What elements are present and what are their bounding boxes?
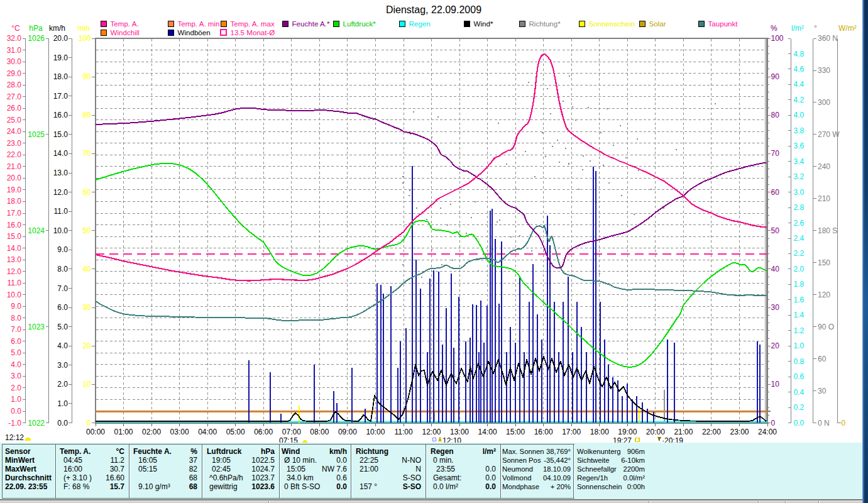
svg-text:3.8: 3.8 — [794, 126, 805, 135]
svg-text:3.0: 3.0 — [794, 188, 805, 197]
svg-text:80: 80 — [82, 111, 91, 119]
svg-text:23.0: 23.0 — [7, 139, 22, 148]
svg-text:1.2: 1.2 — [794, 326, 805, 335]
svg-text:^0.6hPa/h: ^0.6hPa/h — [209, 473, 243, 482]
svg-text:9.10 g/m³: 9.10 g/m³ — [138, 482, 170, 491]
svg-text:30: 30 — [818, 387, 827, 395]
svg-text:1024.7: 1024.7 — [251, 465, 275, 473]
svg-text:1.6: 1.6 — [794, 296, 805, 304]
svg-text:3.6: 3.6 — [794, 141, 805, 150]
svg-text:1024: 1024 — [28, 226, 45, 235]
svg-text:1.0: 1.0 — [11, 395, 21, 404]
svg-text:gewittrig: gewittrig — [209, 482, 238, 491]
svg-text:Ø 10 min.: Ø 10 min. — [284, 456, 317, 465]
svg-text:270 W: 270 W — [818, 130, 840, 139]
svg-text:22:00: 22:00 — [702, 428, 721, 436]
svg-text:S-SO: S-SO — [403, 482, 421, 491]
svg-text:17.0: 17.0 — [53, 92, 69, 101]
svg-text:12:00: 12:00 — [422, 428, 441, 436]
svg-text:17:00: 17:00 — [562, 428, 581, 436]
svg-text:km/h: km/h — [49, 24, 65, 33]
svg-text:0: 0 — [87, 419, 91, 428]
svg-text:04:45: 04:45 — [63, 456, 82, 465]
svg-text:Feuchte A.*: Feuchte A.* — [292, 19, 330, 28]
svg-text:14.0: 14.0 — [53, 149, 69, 158]
svg-text:90: 90 — [771, 72, 780, 81]
svg-text:Richtung: Richtung — [356, 447, 388, 456]
svg-text:6.0: 6.0 — [57, 303, 68, 312]
svg-text:13.0: 13.0 — [53, 169, 69, 177]
svg-text:210: 210 — [818, 194, 830, 203]
svg-text:3.2: 3.2 — [794, 172, 805, 181]
svg-text:4.6: 4.6 — [794, 65, 805, 74]
svg-text:°C: °C — [116, 447, 125, 456]
svg-text:1023.6: 1023.6 — [251, 482, 275, 491]
svg-text:23:55: 23:55 — [436, 465, 455, 473]
svg-text:12.0: 12.0 — [7, 267, 22, 276]
svg-text:W/m²: W/m² — [838, 24, 857, 33]
svg-text:34.0 km: 34.0 km — [287, 473, 314, 482]
svg-text:11.0: 11.0 — [8, 279, 22, 287]
svg-text:1022.5: 1022.5 — [251, 456, 275, 465]
svg-text:70: 70 — [82, 149, 91, 158]
svg-text:0.0: 0.0 — [57, 419, 68, 428]
svg-text:Windchill: Windchill — [111, 28, 140, 36]
svg-text:0: 0 — [771, 419, 776, 428]
svg-text:24.0: 24.0 — [7, 127, 22, 136]
svg-text:30.0: 30.0 — [7, 57, 22, 66]
svg-text:68: 68 — [189, 482, 198, 491]
svg-text:1022: 1022 — [28, 419, 45, 428]
svg-text:10: 10 — [82, 380, 91, 389]
svg-text:21.0: 21.0 — [7, 162, 22, 171]
svg-text:Max. Sonnen: Max. Sonnen — [502, 448, 544, 455]
svg-text:14:00: 14:00 — [478, 428, 497, 436]
svg-text:1026: 1026 — [28, 34, 45, 43]
svg-text:Regen/1h: Regen/1h — [577, 474, 608, 482]
svg-text:km/h: km/h — [329, 447, 347, 456]
svg-text:%: % — [190, 447, 197, 456]
svg-text:01:00: 01:00 — [114, 428, 133, 436]
svg-text:Taupunkt: Taupunkt — [708, 19, 739, 28]
svg-text:18.0: 18.0 — [53, 72, 69, 81]
svg-text:0.0l/m²: 0.0l/m² — [623, 474, 645, 482]
svg-text:Windböen: Windböen — [178, 28, 211, 36]
svg-text:Temp. A. min: Temp. A. min — [178, 19, 220, 28]
svg-text:11.0: 11.0 — [54, 207, 69, 216]
svg-text:19.0: 19.0 — [7, 185, 22, 194]
svg-text:05:00: 05:00 — [226, 428, 245, 436]
svg-text:30: 30 — [771, 303, 780, 312]
svg-text:0.0: 0.0 — [794, 419, 805, 428]
svg-text:04.10.09: 04.10.09 — [543, 474, 571, 482]
svg-text:0.0 l/m²: 0.0 l/m² — [433, 482, 458, 491]
svg-text:5.0: 5.0 — [57, 323, 68, 331]
svg-text:26.0: 26.0 — [7, 104, 22, 113]
svg-text:60: 60 — [82, 188, 91, 197]
svg-text:Sensor: Sensor — [5, 447, 31, 456]
svg-text:08:00: 08:00 — [310, 428, 329, 436]
svg-text:18:00: 18:00 — [590, 428, 609, 436]
svg-text:20:00: 20:00 — [646, 428, 665, 436]
svg-text:03:00: 03:00 — [170, 428, 189, 436]
svg-text:Dienstag, 22.09.2009: Dienstag, 22.09.2009 — [386, 4, 481, 15]
svg-text:16:05: 16:05 — [138, 456, 157, 465]
svg-text:30.7: 30.7 — [110, 465, 125, 473]
svg-text:21:00: 21:00 — [674, 428, 693, 436]
svg-text:6-10km: 6-10km — [621, 456, 645, 464]
svg-text:S-SO: S-SO — [403, 473, 421, 482]
svg-text:60: 60 — [818, 355, 827, 363]
svg-text:Wind*: Wind* — [474, 19, 493, 28]
svg-text:15.0: 15.0 — [7, 232, 22, 241]
svg-text:70: 70 — [771, 149, 780, 158]
svg-text:14.0: 14.0 — [7, 244, 22, 253]
svg-text:25.0: 25.0 — [7, 116, 22, 124]
svg-text:Gesamt:: Gesamt: — [433, 473, 461, 482]
svg-text:2.0: 2.0 — [11, 384, 21, 392]
svg-text:hPa: hPa — [261, 447, 275, 456]
svg-text:2.0: 2.0 — [794, 265, 805, 274]
svg-text:90: 90 — [82, 72, 91, 81]
svg-text:Durchschnitt: Durchschnitt — [5, 473, 52, 482]
svg-text:27.0: 27.0 — [7, 92, 22, 101]
svg-text:20: 20 — [771, 341, 780, 350]
svg-text:Luftdruck*: Luftdruck* — [343, 19, 376, 28]
svg-text:(+ 3.10 ): (+ 3.10 ) — [63, 473, 92, 482]
